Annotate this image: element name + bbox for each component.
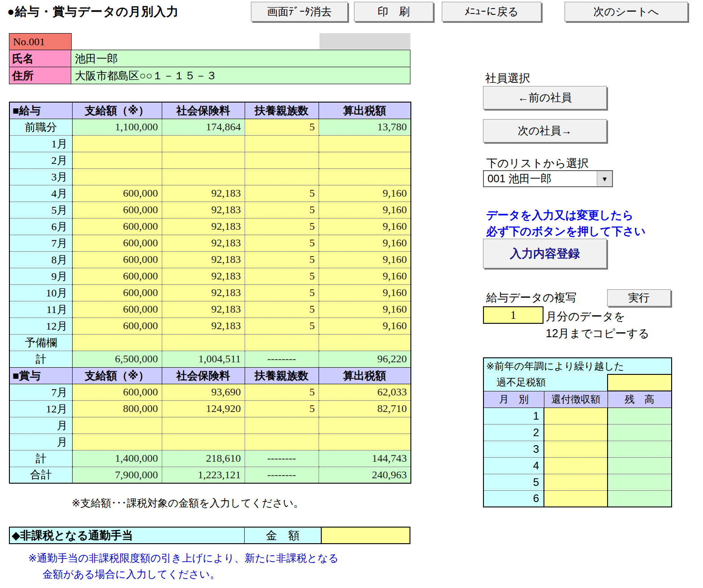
dependents-cell[interactable]: 5 [245,235,319,251]
insurance-cell[interactable]: 124,920 [162,400,245,417]
back-to-menu-button[interactable]: ﾒﾆｭｰに戻る [442,2,541,21]
print-button[interactable]: 印 刷 [354,2,433,21]
dependents-cell[interactable]: 5 [245,268,319,284]
row-label: 10月 [9,284,72,301]
insurance-cell[interactable]: 1,004,511 [162,351,245,367]
pay-cell[interactable] [72,417,162,433]
tax-cell: 9,160 [319,235,411,251]
copy-month-input[interactable]: 1 [483,306,543,324]
insurance-cell[interactable]: 92,183 [162,218,245,235]
insurance-cell[interactable]: 92,183 [162,318,245,334]
pay-cell[interactable] [72,135,162,152]
execute-copy-button[interactable]: 実行 [607,289,671,306]
insurance-cell[interactable]: 92,183 [162,202,245,218]
carryover-table: ※前年の年調により繰り越した 過不足税額 月 別 還付徴収額 残 高 1 [483,357,672,507]
employee-dropdown-value: 001 池田一郎 [484,172,552,186]
dependents-cell[interactable]: 5 [245,185,319,202]
dependents-cell[interactable]: 5 [245,400,319,417]
pay-cell[interactable]: 6,500,000 [72,351,162,367]
dependents-cell[interactable] [245,135,319,152]
col-header-tax: 算出税額 [319,367,411,384]
carryover-note-line2: 過不足税額 [483,374,608,391]
pay-cell[interactable]: 7,900,000 [72,467,162,483]
address-value-cell[interactable]: 大阪市都島区○○１－１５－３ [71,67,410,84]
pay-cell[interactable]: 1,100,000 [72,119,162,135]
pay-cell[interactable]: 600,000 [72,284,162,301]
pay-cell[interactable]: 1,400,000 [72,450,162,467]
insurance-cell[interactable] [162,168,245,185]
insurance-cell[interactable]: 92,183 [162,235,245,251]
refund-cell[interactable] [544,441,608,457]
commute-amount-input[interactable] [321,528,410,543]
pay-cell[interactable]: 600,000 [72,218,162,235]
insurance-cell[interactable] [162,334,245,351]
insurance-cell[interactable]: 93,690 [162,384,245,400]
carryover-row: 2 [483,424,672,441]
pay-cell[interactable] [72,152,162,168]
pay-cell[interactable]: 600,000 [72,202,162,218]
dependents-cell[interactable]: 5 [245,218,319,235]
pay-cell[interactable]: 600,000 [72,384,162,400]
salary-row: 予備欄 [9,334,411,351]
insurance-cell[interactable]: 92,183 [162,251,245,268]
insurance-cell[interactable]: 1,223,121 [162,467,245,483]
dependents-cell[interactable] [245,334,319,351]
dependents-cell[interactable] [245,433,319,450]
insurance-cell[interactable]: 218,610 [162,450,245,467]
pay-cell[interactable] [72,334,162,351]
insurance-cell[interactable]: 174,864 [162,119,245,135]
dependents-cell[interactable]: 5 [245,251,319,268]
next-employee-button[interactable]: 次の社員→ [483,119,607,142]
tax-cell: 9,160 [319,301,411,318]
refund-cell[interactable] [544,457,608,474]
dependents-cell[interactable] [245,152,319,168]
pay-cell[interactable]: 600,000 [72,301,162,318]
row-label: 計 [9,351,72,367]
pay-cell[interactable]: 600,000 [72,268,162,284]
pay-cell[interactable]: 600,000 [72,235,162,251]
refund-cell[interactable] [544,490,608,507]
dependents-cell[interactable]: 5 [245,301,319,318]
col-header-tax: 算出税額 [319,102,411,119]
insurance-cell[interactable] [162,152,245,168]
dependents-cell[interactable] [245,417,319,433]
insurance-cell[interactable] [162,135,245,152]
month-number: 1 [483,408,544,424]
dependents-cell[interactable]: 5 [245,284,319,301]
insurance-cell[interactable]: 92,183 [162,284,245,301]
dependents-cell[interactable] [245,168,319,185]
carryover-header-row: 月 別 還付徴収額 残 高 [483,391,672,408]
refund-cell[interactable] [544,408,608,424]
pay-cell[interactable] [72,433,162,450]
insurance-cell[interactable] [162,433,245,450]
pay-cell[interactable]: 600,000 [72,185,162,202]
prev-employee-button[interactable]: ←前の社員 [483,86,607,109]
insurance-cell[interactable] [162,417,245,433]
pay-cell[interactable]: 800,000 [72,400,162,417]
chevron-down-icon[interactable]: ▼ [597,171,612,186]
dependents-cell[interactable]: 5 [245,119,319,135]
dependents-cell[interactable]: 5 [245,202,319,218]
insurance-cell[interactable]: 92,183 [162,301,245,318]
next-sheet-button[interactable]: 次のシートへ [565,2,688,21]
refund-cell[interactable] [544,424,608,441]
carryover-amount-input[interactable] [608,374,672,391]
dependents-cell[interactable]: 5 [245,318,319,334]
register-input-button[interactable]: 入力内容登録 [483,239,607,268]
refund-cell[interactable] [544,474,608,490]
dependents-cell[interactable]: -------- [245,467,319,483]
clear-screen-button[interactable]: 画面ﾃﾞｰﾀ消去 [251,2,348,21]
pay-cell[interactable]: 600,000 [72,251,162,268]
dependents-cell[interactable]: -------- [245,351,319,367]
dependents-cell[interactable]: 5 [245,384,319,400]
name-value-cell[interactable]: 池田一郎 [71,50,410,67]
pay-cell[interactable]: 600,000 [72,318,162,334]
pay-cell[interactable] [72,168,162,185]
employee-dropdown[interactable]: 001 池田一郎 ▼ [483,170,613,187]
row-label: 前職分 [9,119,72,135]
insurance-cell[interactable]: 92,183 [162,185,245,202]
dependents-cell[interactable]: -------- [245,450,319,467]
insurance-cell[interactable]: 92,183 [162,268,245,284]
balance-cell [608,408,672,424]
tax-cell: 13,780 [319,119,411,135]
